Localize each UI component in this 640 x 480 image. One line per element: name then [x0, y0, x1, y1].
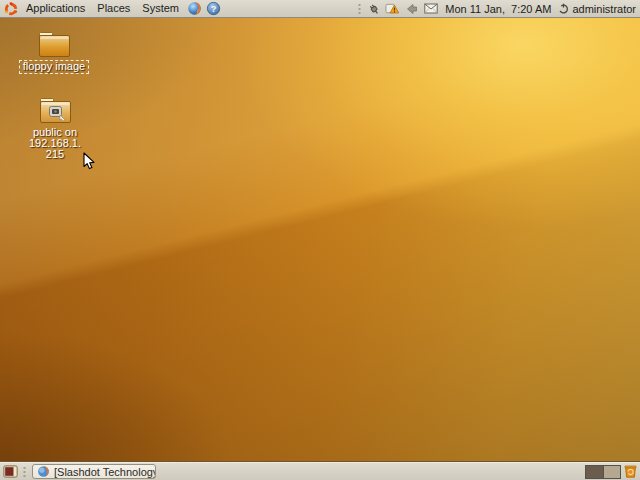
- tray-handle[interactable]: [357, 3, 362, 15]
- trash-icon[interactable]: [623, 464, 638, 479]
- menu-places[interactable]: Places: [91, 1, 136, 16]
- taskbar-window-button[interactable]: [Slashdot Technology ...: [32, 464, 156, 479]
- svg-text:?: ?: [211, 4, 217, 14]
- menu-system[interactable]: System: [136, 1, 185, 16]
- user-switcher-applet[interactable]: administrator: [556, 3, 640, 15]
- network-folder-icon: [39, 97, 72, 124]
- folder-icon: [38, 31, 71, 58]
- workspace-1[interactable]: [586, 466, 603, 478]
- show-desktop-button[interactable]: [3, 464, 18, 479]
- mail-envelope-icon[interactable]: [423, 1, 438, 16]
- ubuntu-logo-icon[interactable]: [3, 1, 18, 16]
- power-icon: [558, 3, 569, 14]
- window-list-handle[interactable]: [22, 466, 27, 478]
- username-label: administrator: [572, 3, 636, 15]
- top-panel: Applications Places System: [0, 0, 640, 18]
- desktop-wallpaper[interactable]: floppy image public on 192.168.1.: [0, 18, 640, 462]
- mouse-cursor: [83, 152, 96, 171]
- arrow-left-icon[interactable]: [404, 1, 419, 16]
- help-launcher-icon[interactable]: ?: [206, 1, 221, 16]
- workspace-2[interactable]: [603, 466, 620, 478]
- firefox-task-icon: [37, 465, 50, 478]
- network-offline-icon[interactable]: [366, 1, 381, 16]
- clock-applet[interactable]: Mon 11 Jan, 7:20 AM: [440, 3, 556, 15]
- gnome-desktop-screen: Applications Places System: [0, 0, 640, 480]
- update-warning-icon[interactable]: [385, 1, 400, 16]
- desktop-icon-label: floppy image: [19, 60, 89, 74]
- workspace-switcher: [585, 465, 621, 479]
- menu-applications[interactable]: Applications: [20, 1, 91, 16]
- bottom-panel: [Slashdot Technology ...: [0, 462, 640, 480]
- taskbar-window-title: [Slashdot Technology ...: [54, 466, 156, 478]
- desktop-icon-floppy-image[interactable]: floppy image: [16, 31, 92, 74]
- firefox-launcher-icon[interactable]: [187, 1, 202, 16]
